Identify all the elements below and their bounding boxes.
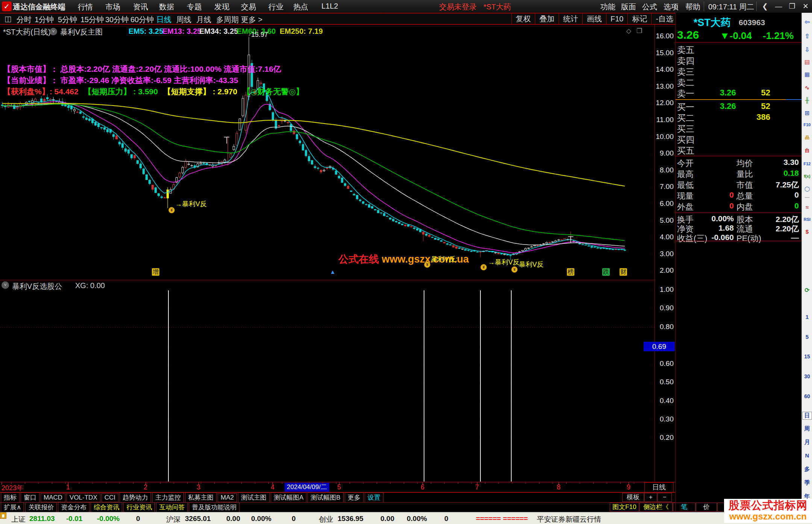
tab-更多[interactable]: 更多 bbox=[345, 492, 364, 503]
tab-MACD[interactable]: MACD bbox=[41, 493, 65, 502]
tab-普及版功能说明[interactable]: 普及版功能说明 bbox=[189, 502, 239, 512]
wave-icon[interactable]: ≈ bbox=[803, 204, 812, 210]
menu-发现[interactable]: 发现 bbox=[214, 2, 229, 12]
tab-综合资讯[interactable]: 综合资讯 bbox=[91, 502, 122, 512]
chevron-down-icon[interactable]: ˅ bbox=[2, 281, 9, 289]
menu-版面[interactable]: 版面 bbox=[621, 2, 636, 12]
refresh-icon[interactable]: ⟳ bbox=[803, 287, 812, 294]
tab-私募主图[interactable]: 私募主图 bbox=[185, 492, 217, 503]
period-n[interactable]: N bbox=[803, 452, 812, 459]
collapse-button[interactable]: ❮ bbox=[759, 1, 771, 12]
period-5min[interactable]: 5 bbox=[803, 334, 812, 340]
menu-公式[interactable]: 公式 bbox=[642, 2, 657, 12]
trade-login-status[interactable]: 交易未登录 bbox=[439, 2, 477, 12]
tab-行业资讯[interactable]: 行业资讯 bbox=[123, 502, 155, 512]
tab-测试幅图A[interactable]: 测试幅图A bbox=[271, 492, 306, 503]
control-−[interactable]: − bbox=[657, 493, 672, 502]
period-month[interactable]: 月 bbox=[803, 439, 812, 446]
mark-diamond-icon[interactable]: ◇ bbox=[626, 27, 631, 35]
period-1min[interactable]: 1 bbox=[803, 314, 812, 320]
market-status-icon[interactable] bbox=[0, 512, 6, 519]
structure-icon[interactable]: 品 bbox=[803, 134, 812, 141]
period-15min[interactable]: 15 bbox=[803, 353, 812, 359]
main-chart[interactable]: *ST大药(日线) ˅ 暴利V反主图 EM5: 3.25EM13: 3.25EM… bbox=[0, 25, 654, 280]
layout-icon[interactable]: ◫ bbox=[5, 14, 12, 23]
menu-L1L2[interactable]: L1L2 bbox=[321, 2, 338, 11]
period-quarter[interactable]: 季 bbox=[803, 479, 812, 486]
panel-icon[interactable]: ❐ bbox=[636, 27, 642, 35]
period-tab-分时[interactable]: 分时 bbox=[17, 15, 32, 25]
period-tab-1分钟[interactable]: 1分钟 bbox=[35, 15, 54, 25]
tab-窗口[interactable]: 窗口 bbox=[21, 492, 39, 503]
quote-list-icon[interactable]: ▤ bbox=[803, 59, 812, 65]
tab-主力监控[interactable]: 主力监控 bbox=[152, 492, 184, 503]
nav-back-icon[interactable]: ⇦ bbox=[803, 18, 812, 26]
toolbar-button-叠加[interactable]: 叠加 bbox=[535, 14, 559, 24]
period-multi[interactable]: 多 bbox=[803, 466, 812, 473]
event-marker-▲[interactable]: ▲ bbox=[329, 268, 336, 276]
tab-扩展∧[interactable]: 扩展∧ bbox=[1, 502, 24, 512]
circle-icon[interactable]: ◯ bbox=[803, 186, 812, 192]
maximize-button[interactable]: ❐ bbox=[786, 1, 798, 12]
control-+[interactable]: + bbox=[644, 493, 657, 502]
period-tab-15分钟[interactable]: 15分钟 bbox=[80, 15, 104, 25]
control-价[interactable]: 价 bbox=[696, 503, 717, 512]
menu-数据[interactable]: 数据 bbox=[159, 2, 174, 12]
period-tab-月线[interactable]: 月线 bbox=[196, 15, 211, 25]
kline-icon[interactable]: ╫ bbox=[803, 97, 812, 103]
tab-趋势动力[interactable]: 趋势动力 bbox=[120, 492, 151, 503]
period-tab-5分钟[interactable]: 5分钟 bbox=[58, 15, 77, 25]
event-marker-财[interactable]: 财 bbox=[620, 268, 627, 276]
tab-资金分布[interactable]: 资金分布 bbox=[58, 502, 89, 512]
toolbar-button-统计[interactable]: 统计 bbox=[559, 14, 582, 24]
sub-indicator-chart[interactable]: ˅ 暴利V反选股公 XG: 0.00 bbox=[0, 280, 654, 482]
close-button[interactable]: ✕ bbox=[800, 1, 811, 12]
menu-行情[interactable]: 行情 bbox=[78, 2, 93, 12]
event-marker-增[interactable]: 增 bbox=[152, 268, 159, 276]
toolbar-button-画线[interactable]: 画线 bbox=[582, 14, 606, 24]
tab-设置[interactable]: 设置 bbox=[365, 492, 383, 503]
grid-view-icon[interactable]: ▦ bbox=[803, 71, 812, 78]
tab-MA2[interactable]: MA2 bbox=[218, 493, 237, 502]
toolbar-button-F10[interactable]: F10 bbox=[606, 14, 627, 24]
control-图文F10[interactable]: 图文F10 bbox=[610, 503, 639, 512]
sub-indicator-name[interactable]: 暴利V反选股公 bbox=[12, 281, 62, 291]
menu-交易[interactable]: 交易 bbox=[241, 2, 256, 12]
tab-互动问答[interactable]: 互动问答 bbox=[156, 502, 188, 512]
f12-icon[interactable]: F12 bbox=[803, 162, 812, 166]
overlay-indicator-name[interactable]: 暴利V反主图 bbox=[60, 27, 103, 37]
event-marker-榜[interactable]: 榜 bbox=[567, 268, 574, 276]
menu-市场[interactable]: 市场 bbox=[105, 2, 120, 12]
menu-专题[interactable]: 专题 bbox=[187, 2, 202, 12]
tab-测试幅图B[interactable]: 测试幅图B bbox=[308, 492, 343, 503]
menu-选项[interactable]: 选项 bbox=[664, 2, 679, 12]
trend-line-icon[interactable]: ∿ bbox=[803, 84, 812, 91]
formula-icon[interactable]: f(x) bbox=[803, 174, 812, 178]
period-60min[interactable]: 60 bbox=[803, 393, 812, 399]
tab-指标[interactable]: 指标 bbox=[1, 492, 20, 503]
period-tab-60分钟[interactable]: 60分钟 bbox=[130, 15, 154, 25]
period-30min[interactable]: 30 bbox=[803, 373, 812, 379]
tab-测试主图[interactable]: 测试主图 bbox=[238, 492, 270, 503]
menu-热点[interactable]: 热点 bbox=[293, 2, 308, 12]
tab-VOL-TDX[interactable]: VOL-TDX bbox=[67, 493, 100, 502]
control-模板[interactable]: 模板 bbox=[622, 493, 644, 502]
period-tab-多周期[interactable]: 多周期 bbox=[216, 15, 239, 25]
period-day[interactable]: 日 bbox=[802, 412, 812, 420]
scroll-up-icon[interactable]: ⇧ bbox=[803, 32, 812, 40]
minimize-button[interactable]: — bbox=[773, 1, 784, 12]
menu-功能[interactable]: 功能 bbox=[600, 2, 615, 12]
control-笔[interactable]: 笔 bbox=[673, 503, 695, 512]
scroll-down-icon[interactable]: ⇩ bbox=[803, 46, 812, 54]
period-label[interactable]: 日线 bbox=[644, 482, 674, 492]
period-tab-周线[interactable]: 周线 bbox=[176, 15, 191, 25]
rsi-icon[interactable]: RSI bbox=[803, 217, 812, 222]
toolbar-button-标记[interactable]: 标记 bbox=[627, 14, 651, 24]
toolbar-button-复权[interactable]: 复权 bbox=[511, 14, 535, 24]
period-tab-30分钟[interactable]: 30分钟 bbox=[105, 15, 129, 25]
menu-行业[interactable]: 行业 bbox=[268, 2, 283, 12]
chevron-down-icon[interactable]: ˅ bbox=[50, 28, 57, 35]
period-week[interactable]: 周 bbox=[803, 425, 812, 432]
toolbar-button--自选[interactable]: -自选 bbox=[651, 14, 677, 24]
menu-帮助[interactable]: 帮助 bbox=[685, 2, 700, 12]
